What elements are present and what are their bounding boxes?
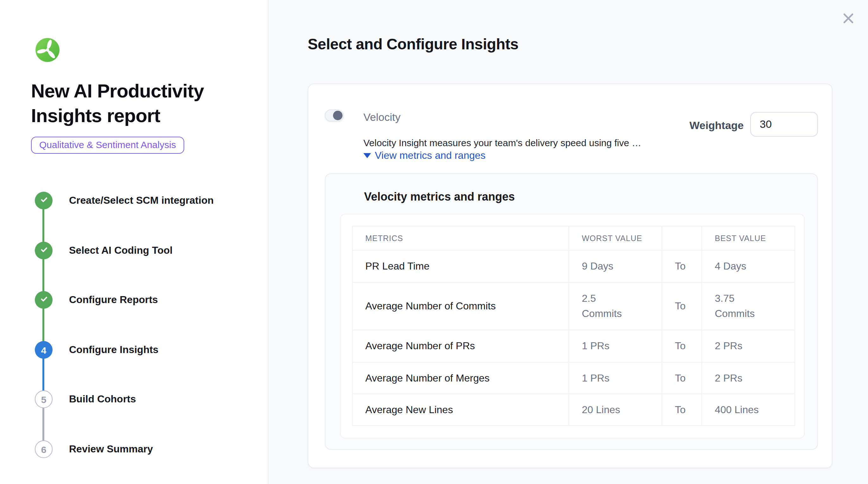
velocity-insight-card: Velocity Velocity Insight measures your … [308, 84, 833, 468]
configure-insights-panel: Select and Configure Insights Velocity V… [269, 0, 868, 484]
worst-value: 1 PRs [569, 330, 662, 362]
metric-name: Average Number of Commits [352, 283, 569, 330]
view-metrics-link[interactable]: View metrics and ranges [364, 150, 486, 161]
step-4-label[interactable]: Configure Insights [69, 344, 159, 356]
step-3-circle[interactable] [35, 291, 53, 309]
metric-name: Average New Lines [352, 394, 569, 425]
velocity-toggle[interactable] [325, 109, 344, 122]
table-row: Average Number of Merges 1 PRs To 2 PRs [352, 362, 795, 394]
view-metrics-link-label: View metrics and ranges [375, 150, 486, 161]
col-header-metrics: METRICS [352, 226, 569, 250]
table-row: Average Number of Commits 2.5 Commits To… [352, 283, 795, 330]
best-value: 2 PRs [702, 330, 795, 362]
insight-description: Velocity Insight measures your team's de… [364, 137, 641, 148]
step-1-circle[interactable] [35, 192, 53, 209]
step-5-label[interactable]: Build Cohorts [69, 393, 136, 406]
metric-name: PR Lead Time [352, 250, 569, 283]
table-header-row: METRICS WORST VALUE BEST VALUE [352, 226, 795, 250]
col-header-worst-value: WORST VALUE [569, 226, 662, 250]
insight-name: Velocity [364, 111, 400, 124]
col-header-best-value: BEST VALUE [702, 226, 795, 250]
check-icon [39, 195, 49, 206]
step-3-label[interactable]: Configure Reports [69, 294, 158, 306]
weightage-input[interactable] [750, 112, 818, 137]
close-icon [841, 18, 855, 27]
step-6-number: 6 [41, 444, 46, 455]
stepper: Create/Select SCM integration Select AI … [0, 0, 269, 484]
table-row: PR Lead Time 9 Days To 4 Days [352, 250, 795, 283]
check-icon [39, 245, 49, 257]
step-4-number: 4 [41, 345, 46, 355]
step-5-number: 5 [41, 394, 46, 405]
worst-value: 1 PRs [569, 362, 662, 394]
worst-value: 20 Lines [569, 394, 662, 425]
metrics-table-card: METRICS WORST VALUE BEST VALUE PR Lead T… [340, 214, 805, 439]
app-window: New AI Productivity Insights report Qual… [0, 0, 868, 484]
best-value: 4 Days [702, 250, 795, 283]
metrics-table: METRICS WORST VALUE BEST VALUE PR Lead T… [352, 226, 795, 426]
step-2-circle[interactable] [35, 242, 53, 259]
col-header-to [662, 226, 702, 250]
worst-value: 9 Days [569, 250, 662, 283]
toggle-knob-icon [333, 111, 342, 120]
best-value: 2 PRs [702, 362, 795, 394]
sidebar: New AI Productivity Insights report Qual… [0, 0, 269, 484]
to-label: To [662, 394, 702, 425]
table-row: Average New Lines 20 Lines To 400 Lines [352, 394, 795, 425]
to-label: To [662, 283, 702, 330]
close-button[interactable] [841, 11, 855, 25]
step-4-circle[interactable]: 4 [35, 341, 53, 359]
worst-value: 2.5 Commits [569, 283, 662, 330]
step-6-label[interactable]: Review Summary [69, 443, 153, 455]
to-label: To [662, 330, 702, 362]
step-5-circle[interactable]: 5 [35, 390, 53, 408]
metric-name: Average Number of Merges [352, 362, 569, 394]
check-icon [39, 294, 49, 306]
step-1-label[interactable]: Create/Select SCM integration [69, 194, 214, 207]
panel-title: Select and Configure Insights [308, 35, 519, 53]
metrics-panel-heading: Velocity metrics and ranges [364, 190, 515, 204]
best-value: 400 Lines [702, 394, 795, 425]
to-label: To [662, 250, 702, 283]
triangle-down-icon [364, 153, 371, 158]
table-row: Average Number of PRs 1 PRs To 2 PRs [352, 330, 795, 362]
metrics-and-ranges-panel: Velocity metrics and ranges METRICS WORS… [325, 173, 818, 450]
step-6-circle[interactable]: 6 [35, 440, 53, 458]
best-value: 3.75 Commits [702, 283, 795, 330]
metric-name: Average Number of PRs [352, 330, 569, 362]
to-label: To [662, 362, 702, 394]
stepper-connector-completed [42, 200, 44, 350]
weightage-label: Weightage [689, 120, 744, 132]
step-2-label[interactable]: Select AI Coding Tool [69, 244, 173, 257]
